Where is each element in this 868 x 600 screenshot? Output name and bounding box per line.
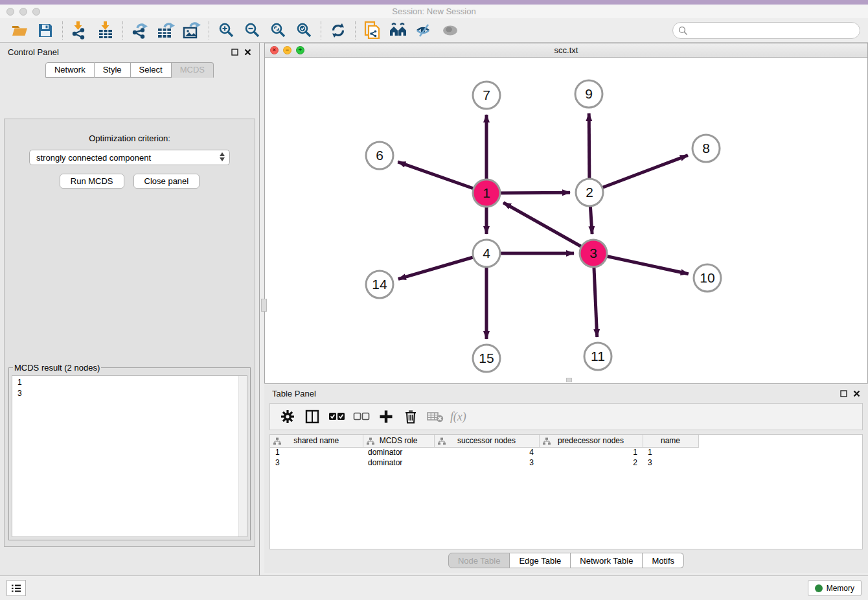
select-stepper-icon	[220, 152, 225, 161]
node-10[interactable]: 10	[694, 264, 721, 292]
criterion-select[interactable]: strongly connected component	[29, 150, 230, 165]
close-panel-icon[interactable]	[244, 49, 251, 56]
first-neighbors-icon[interactable]	[385, 20, 411, 41]
tab-network-table[interactable]: Network Table	[571, 553, 643, 568]
table-row[interactable]: 1dominator411	[270, 447, 698, 457]
node-4[interactable]: 4	[473, 240, 500, 267]
node-14[interactable]: 14	[366, 271, 393, 298]
cell-successor-nodes[interactable]: 4	[434, 447, 539, 457]
network-close-button[interactable]: ×	[270, 46, 279, 54]
cell-predecessor-nodes[interactable]: 1	[539, 447, 643, 457]
splitter-grip[interactable]	[261, 299, 267, 312]
svg-text:10: 10	[700, 270, 714, 285]
clone-network-icon[interactable]	[360, 20, 385, 41]
delete-row-icon[interactable]	[400, 406, 422, 427]
mcds-panel: Optimization criterion: strongly connect…	[4, 119, 255, 547]
deselect-all-icon[interactable]	[350, 406, 372, 427]
float-table-panel-icon[interactable]	[840, 390, 847, 397]
column-header-successor-nodes[interactable]: successor nodes	[434, 435, 539, 447]
show-all-icon[interactable]	[437, 20, 463, 41]
import-network-icon[interactable]	[67, 20, 93, 41]
cell-MCDS-role[interactable]: dominator	[363, 457, 434, 468]
tab-style[interactable]: Style	[95, 62, 131, 78]
export-network-icon[interactable]	[127, 20, 153, 41]
toolbar-separator	[209, 21, 209, 40]
cell-shared-name[interactable]: 1	[270, 447, 363, 457]
export-image-icon[interactable]	[179, 20, 205, 41]
task-history-button[interactable]	[6, 580, 26, 596]
settings-gear-icon[interactable]	[277, 406, 299, 427]
function-builder-icon[interactable]: f(x)	[449, 406, 471, 427]
column-header-MCDS-role[interactable]: MCDS role	[363, 435, 434, 447]
tab-mcds[interactable]: MCDS	[172, 62, 214, 78]
close-table-panel-icon[interactable]	[853, 390, 860, 397]
zoom-selected-icon[interactable]	[291, 20, 317, 41]
node-1[interactable]: 1	[473, 179, 500, 207]
node-15[interactable]: 15	[473, 345, 500, 372]
criterion-select-value: strongly connected component	[36, 153, 151, 163]
column-header-name[interactable]: name	[643, 435, 698, 447]
refresh-icon[interactable]	[325, 20, 351, 41]
export-table-icon[interactable]	[153, 20, 179, 41]
memory-button[interactable]: Memory	[808, 580, 862, 596]
zoom-out-icon[interactable]	[239, 20, 265, 41]
split-panes-icon[interactable]	[301, 406, 323, 427]
edge-3-10[interactable]	[593, 253, 689, 274]
add-row-icon[interactable]	[375, 406, 397, 427]
toolbar-separator	[355, 21, 356, 40]
mcds-result-list[interactable]: 13	[12, 375, 247, 537]
zoom-in-icon[interactable]	[213, 20, 239, 41]
cell-name[interactable]: 3	[643, 457, 698, 468]
edge-3-1[interactable]	[503, 203, 593, 253]
tab-select[interactable]: Select	[131, 62, 172, 78]
canvas-horizontal-grip[interactable]	[566, 378, 572, 382]
optimization-criterion-label: Optimization criterion:	[5, 133, 255, 143]
control-panel-tabs: NetworkStyleSelectMCDS	[0, 62, 259, 78]
node-8[interactable]: 8	[692, 135, 720, 162]
close-panel-button[interactable]: Close panel	[133, 174, 200, 189]
result-scrollbar[interactable]	[238, 376, 247, 537]
network-minimize-button[interactable]: −	[283, 46, 291, 54]
node-3[interactable]: 3	[580, 240, 607, 267]
svg-text:3: 3	[589, 246, 597, 260]
cell-MCDS-role[interactable]: dominator	[363, 447, 434, 457]
list-icon	[11, 584, 21, 593]
table-row[interactable]: 3dominator323	[270, 457, 698, 468]
network-maximize-button[interactable]: +	[296, 46, 304, 54]
column-header-predecessor-nodes[interactable]: predecessor nodes	[539, 435, 643, 447]
cell-shared-name[interactable]: 3	[270, 457, 363, 468]
edge-2-8[interactable]	[589, 156, 688, 192]
network-window-title: scc.txt	[265, 45, 867, 55]
table-panel-tabs: Node TableEdge TableNetwork TableMotifs	[264, 553, 868, 568]
select-all-checks-icon[interactable]	[326, 406, 348, 427]
network-window-titlebar[interactable]: scc.txt × − +	[265, 43, 867, 58]
network-graph[interactable]: 7968124314101511	[265, 58, 867, 383]
tab-edge-table[interactable]: Edge Table	[510, 553, 571, 568]
zoom-fit-icon[interactable]	[265, 20, 291, 41]
search-box[interactable]	[672, 22, 860, 39]
node-2[interactable]: 2	[576, 179, 603, 206]
open-session-icon[interactable]	[6, 20, 32, 41]
network-canvas[interactable]: 7968124314101511	[265, 58, 867, 383]
run-mcds-button[interactable]: Run MCDS	[60, 174, 124, 189]
node-6[interactable]: 6	[366, 142, 393, 169]
hide-selected-icon[interactable]	[411, 20, 437, 41]
cell-successor-nodes[interactable]: 3	[434, 457, 539, 468]
tab-motifs[interactable]: Motifs	[643, 553, 684, 568]
float-panel-icon[interactable]	[231, 49, 238, 56]
search-input[interactable]	[692, 24, 860, 37]
tab-node-table[interactable]: Node Table	[448, 553, 510, 568]
node-11[interactable]: 11	[584, 343, 611, 370]
save-session-icon[interactable]	[32, 20, 58, 41]
cell-name[interactable]: 1	[643, 447, 698, 457]
svg-text:9: 9	[585, 86, 593, 101]
node-9[interactable]: 9	[575, 80, 602, 108]
delete-table-icon[interactable]	[424, 406, 446, 427]
node-7[interactable]: 7	[473, 82, 500, 109]
cell-predecessor-nodes[interactable]: 2	[539, 457, 643, 468]
import-table-icon[interactable]	[93, 20, 119, 41]
search-icon	[678, 26, 688, 36]
column-header-shared-name[interactable]: shared name	[270, 435, 363, 447]
node-table[interactable]: shared nameMCDS rolesuccessor nodesprede…	[269, 434, 863, 549]
tab-network[interactable]: Network	[45, 62, 95, 78]
